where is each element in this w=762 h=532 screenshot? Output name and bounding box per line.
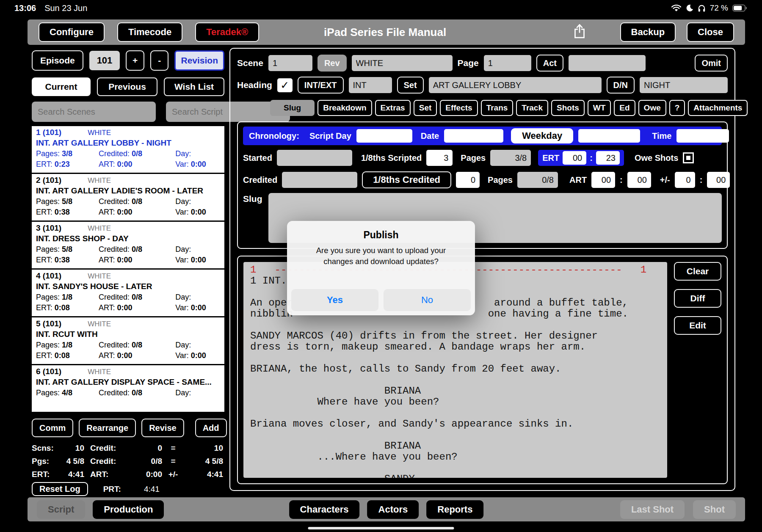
pages-credited-field[interactable]: [517, 172, 558, 188]
reports-button[interactable]: Reports: [426, 500, 483, 519]
diff-button[interactable]: Diff: [674, 289, 721, 308]
episode-button[interactable]: Episode: [32, 50, 83, 71]
art-hours-field[interactable]: [591, 172, 615, 188]
search-scenes-input[interactable]: [32, 102, 156, 122]
battery-icon: [732, 4, 748, 12]
int-ext-field[interactable]: [349, 77, 392, 93]
scene-list-item[interactable]: 2 (101) WHITE INT. ART GALLERY LADIE'S R…: [32, 174, 224, 221]
teradek-button[interactable]: Teradek®: [195, 22, 259, 42]
tab-attachments[interactable]: Attachments: [688, 100, 748, 116]
act-button[interactable]: Act: [536, 55, 563, 72]
reset-log-button[interactable]: Reset Log: [32, 482, 88, 496]
heading-checkbox[interactable]: ✓: [277, 78, 293, 92]
page-field[interactable]: [484, 55, 531, 71]
close-button[interactable]: Close: [687, 22, 734, 42]
tab-effects[interactable]: Effects: [440, 100, 478, 116]
edit-button[interactable]: Edit: [674, 316, 721, 335]
time-field[interactable]: [676, 129, 729, 143]
ert-label: ERT: [542, 153, 559, 163]
timecode-button[interactable]: Timecode: [117, 22, 182, 42]
scene-number: 4 (101): [36, 271, 61, 281]
credited-field[interactable]: [282, 172, 357, 188]
shot-button[interactable]: Shot: [693, 500, 736, 519]
credited-eighths-button[interactable]: 1/8ths Credited: [362, 171, 451, 188]
comm-button[interactable]: Comm: [32, 419, 73, 437]
variance-minutes-field[interactable]: [707, 172, 730, 188]
variance-hours-field[interactable]: [675, 172, 695, 188]
last-shot-button[interactable]: Last Shot: [620, 500, 685, 519]
no-button[interactable]: No: [384, 289, 471, 311]
tab-wt[interactable]: WT: [588, 100, 611, 116]
scene-list[interactable]: 1 (101) WHITE INT. ART GALLERY LOBBY - N…: [32, 126, 224, 414]
tab--[interactable]: ?: [669, 100, 685, 116]
scene-list-item[interactable]: 1 (101) WHITE INT. ART GALLERY LOBBY - N…: [32, 126, 224, 173]
scene-time-row: ERT: 0:23 ART: 0:00 Var: 0:00: [36, 160, 220, 171]
tab-ed[interactable]: Ed: [614, 100, 635, 116]
revise-button[interactable]: Revise: [141, 419, 184, 437]
rearrange-button[interactable]: Rearrange: [79, 419, 136, 437]
date-field[interactable]: [444, 129, 503, 143]
heading-row: Heading ✓ INT/EXT Set D/N: [237, 76, 728, 94]
started-field[interactable]: [277, 150, 352, 166]
share-upload-icon[interactable]: [573, 24, 586, 41]
scene-time-row: ERT: 0:38 ART: 0:00 Var: 0:00: [36, 256, 220, 266]
day-night-button[interactable]: D/N: [607, 77, 635, 94]
ert-minutes-field[interactable]: [596, 151, 620, 165]
ert-group: ERT :: [538, 150, 624, 166]
scene-number-field[interactable]: [268, 55, 312, 71]
weekday-button[interactable]: Weekday: [511, 128, 573, 143]
art-minutes-field[interactable]: [627, 172, 651, 188]
increment-button[interactable]: +: [126, 50, 144, 71]
script-day-field[interactable]: [356, 129, 412, 143]
act-field[interactable]: [569, 55, 646, 71]
scripted-eighths-field[interactable]: [426, 150, 453, 166]
revision-button[interactable]: Revision: [174, 50, 224, 71]
characters-button[interactable]: Characters: [289, 500, 360, 519]
tab-breakdown[interactable]: Breakdown: [318, 100, 372, 116]
status-time: 13:06: [14, 3, 36, 13]
configure-button[interactable]: Configure: [39, 22, 105, 42]
scene-list-item[interactable]: 6 (101) WHITE INT. ART GALLERY DISPLAY S…: [32, 365, 224, 412]
scene-list-item[interactable]: 4 (101) WHITE INT. SANDY'S HOUSE - LATER…: [32, 270, 224, 316]
scene-number: 5 (101): [36, 319, 61, 328]
set-field[interactable]: [429, 77, 602, 93]
tab-current[interactable]: Current: [32, 77, 91, 96]
production-mode-button[interactable]: Production: [93, 500, 164, 519]
yes-button[interactable]: Yes: [291, 289, 378, 311]
top-toolbar: Configure Timecode Teradek® iPad Series …: [28, 19, 745, 45]
pages-scripted-field[interactable]: [490, 150, 531, 166]
tab-shots[interactable]: Shots: [551, 100, 585, 116]
actors-button[interactable]: Actors: [367, 500, 419, 519]
int-ext-button[interactable]: INT/EXT: [298, 77, 344, 94]
scene-pages-row: Pages: 4/8 Credited: 0/8 Day:: [36, 389, 220, 399]
home-indicator[interactable]: [308, 527, 454, 529]
clear-button[interactable]: Clear: [674, 262, 721, 281]
ert-hours-field[interactable]: [563, 151, 586, 165]
episode-number-field[interactable]: 101: [89, 51, 120, 70]
day-night-field[interactable]: [640, 77, 728, 93]
revision-color-field[interactable]: [352, 55, 453, 71]
tab-wishlist[interactable]: Wish List: [164, 77, 224, 96]
tab-trans[interactable]: Trans: [481, 100, 514, 116]
rev-button[interactable]: Rev: [318, 55, 347, 72]
tab-slug[interactable]: Slug: [270, 100, 315, 116]
tab-previous[interactable]: Previous: [97, 77, 157, 96]
script-mode-button[interactable]: Script: [37, 500, 85, 519]
add-button[interactable]: Add: [195, 419, 227, 437]
weekday-field[interactable]: [578, 129, 640, 143]
omit-button[interactable]: Omit: [695, 55, 728, 72]
tab-track[interactable]: Track: [516, 100, 548, 116]
scene-list-item[interactable]: 5 (101) WHITE INT. RCUT WITH Pages: 1/8 …: [32, 317, 224, 364]
owe-shots-checkbox[interactable]: [683, 152, 694, 163]
backup-button[interactable]: Backup: [620, 22, 676, 42]
tab-set[interactable]: Set: [414, 100, 437, 116]
set-button[interactable]: Set: [397, 77, 424, 94]
owe-shots-label: Owe Shots: [635, 153, 678, 163]
tab-owe[interactable]: Owe: [638, 100, 666, 116]
decrement-button[interactable]: -: [150, 50, 169, 71]
scene-number: 1 (101): [36, 128, 61, 137]
reset-row: Reset Log PRT: 4:41: [32, 482, 224, 496]
scene-list-item[interactable]: 3 (101) WHITE INT. DRESS SHOP - DAY Page…: [32, 222, 224, 268]
credited-eighths-field[interactable]: [456, 172, 480, 188]
tab-extras[interactable]: Extras: [375, 100, 411, 116]
